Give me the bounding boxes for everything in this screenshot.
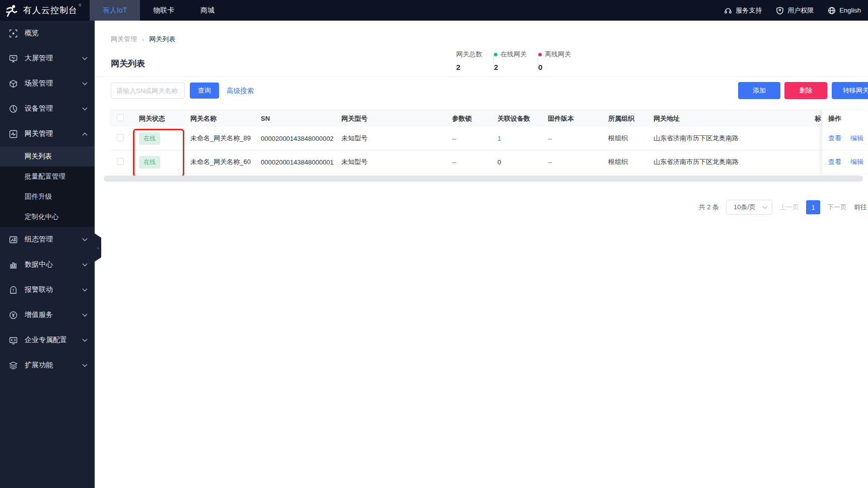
service-support-label: 服务支持 — [736, 6, 762, 15]
param-lock-value: -- — [452, 135, 497, 142]
sidebar-item-extensions[interactable]: 扩展功能 — [0, 353, 95, 378]
transfer-gateway-button[interactable]: 转移网关 — [832, 82, 868, 99]
shield-icon — [776, 7, 784, 15]
breadcrumb-parent[interactable]: 网关管理 — [111, 35, 137, 44]
sidebar-item-scene-mgmt[interactable]: 场景管理 — [0, 71, 95, 96]
sidebar-subitem-batch-config[interactable]: 批量配置管理 — [0, 167, 95, 187]
sidebar-subitem-gateway-list[interactable]: 网关列表 — [0, 146, 95, 167]
table-row: 在线 未命名_网关名称_60 00002000143848000001 未知型号… — [110, 150, 868, 174]
delete-button[interactable]: 删除 — [784, 82, 827, 99]
gateway-name: 未命名_网关名称_60 — [190, 157, 261, 167]
advanced-search-link[interactable]: 高级搜索 — [227, 87, 254, 96]
operation-row: 查看 编辑 — [822, 127, 868, 150]
chevron-down-icon — [82, 263, 88, 267]
app-title: 有人云控制台 — [23, 5, 78, 16]
sidebar-item-overview[interactable]: 概览 — [0, 21, 95, 46]
row-checkbox[interactable] — [117, 158, 124, 165]
col-header-sn: SN — [261, 115, 341, 122]
sidebar-item-label: 大屏管理 — [25, 54, 82, 63]
row-checkbox[interactable] — [117, 134, 124, 141]
gateway-sn: 00002000143848000002 — [261, 135, 341, 142]
sidebar-item-label: 设备管理 — [25, 104, 82, 113]
sidebar-item-value-added-services[interactable]: 增值服务 — [0, 302, 95, 328]
sidebar-item-label: 增值服务 — [25, 310, 82, 319]
view-link[interactable]: 查看 — [828, 157, 841, 167]
col-header-name: 网关名称 — [190, 114, 261, 123]
page-size-select[interactable]: 10条/页 — [726, 200, 772, 215]
chevron-down-icon — [82, 313, 88, 317]
tab-mall[interactable]: 商城 — [187, 0, 228, 21]
add-button[interactable]: 添加 — [738, 82, 780, 99]
col-header-device-count: 关联设备数 — [497, 114, 548, 123]
breadcrumb-separator: › — [142, 36, 144, 43]
page-number-active[interactable]: 1 — [806, 200, 820, 214]
brand: 有人云控制台 ® — [0, 0, 90, 21]
prev-page-button[interactable]: 上一页 — [779, 203, 799, 212]
sidebar-item-label: 概览 — [25, 29, 88, 38]
view-link[interactable]: 查看 — [828, 134, 841, 143]
next-page-button[interactable]: 下一页 — [827, 203, 847, 212]
query-button[interactable]: 查询 — [190, 83, 219, 99]
device-count-link[interactable]: 1 — [497, 135, 501, 142]
col-header-address: 网关地址 — [654, 114, 815, 123]
breadcrumb-current: 网关列表 — [149, 35, 175, 44]
collapse-chevron-icon: ‹ — [97, 245, 99, 251]
offline-dot-icon — [538, 53, 542, 56]
overview-icon — [9, 29, 18, 38]
sidebar-item-gateway-mgmt[interactable]: 网关管理 — [0, 121, 95, 146]
service-support[interactable]: 服务支持 — [724, 6, 762, 15]
headset-icon — [724, 7, 732, 15]
gateway-model: 未知型号 — [341, 134, 452, 143]
user-permission-label: 用户权限 — [787, 6, 814, 15]
sidebar-subitem-customization-center[interactable]: 定制化中心 — [0, 207, 95, 227]
online-dot-icon — [494, 53, 497, 56]
sidebar-item-label: 场景管理 — [25, 79, 82, 88]
col-header-status: 网关状态 — [129, 114, 190, 123]
edit-link[interactable]: 编辑 — [850, 157, 863, 167]
stat-total-label: 网关总数 — [456, 50, 482, 59]
tab-iot-card[interactable]: 物联卡 — [140, 0, 187, 21]
user-permission[interactable]: 用户权限 — [776, 6, 814, 15]
sidebar-item-enterprise-config[interactable]: 企业专属配置 — [0, 328, 95, 353]
gateway-sn: 00002000143848000001 — [261, 158, 341, 166]
col-header-operation: 操作 — [822, 110, 868, 127]
sidebar-item-hmi-mgmt[interactable]: 组态管理 — [0, 227, 95, 252]
section-divider — [95, 76, 868, 77]
sidebar-item-label: 网关管理 — [25, 129, 82, 138]
table-row: 在线 未命名_网关名称_89 00002000143848000002 未知型号… — [110, 127, 868, 150]
org-value: 根组织 — [608, 157, 654, 167]
enterprise-icon — [9, 336, 18, 345]
sidebar-collapse-handle[interactable]: ‹ — [95, 233, 101, 262]
search-input[interactable] — [111, 83, 185, 99]
operation-column: 操作 查看 编辑 查看 编辑 — [822, 110, 868, 175]
select-all-checkbox[interactable] — [117, 114, 124, 121]
sidebar-item-screen-mgmt[interactable]: 大屏管理 — [0, 46, 95, 71]
stat-total: 网关总数 2 — [456, 50, 493, 71]
toolbar: 查询 高级搜索 添加 删除 转移网关 — [95, 82, 868, 99]
language-switch[interactable]: English — [828, 7, 861, 15]
edit-link[interactable]: 编辑 — [850, 134, 863, 143]
param-lock-value: -- — [452, 158, 497, 166]
tab-usr-iot[interactable]: 有人IoT — [90, 0, 140, 21]
org-value: 根组织 — [608, 134, 654, 143]
sidebar-item-device-mgmt[interactable]: 设备管理 — [0, 96, 95, 121]
scene-icon — [9, 79, 18, 88]
topbar-right: 服务支持 用户权限 English — [724, 0, 868, 21]
gateway-model: 未知型号 — [341, 157, 452, 167]
screen-icon — [9, 54, 18, 63]
sidebar-item-data-center[interactable]: 数据中心 — [0, 252, 95, 277]
goto-page-label: 前往 — [854, 203, 867, 212]
main-content: 网关管理 › 网关列表 网关列表 网关总数 2 在线网关 2 离线网关 0 — [95, 21, 868, 488]
col-header-firmware: 固件版本 — [548, 114, 608, 123]
chevron-down-icon — [82, 82, 88, 86]
sidebar-subitem-firmware-upgrade[interactable]: 固件升级 — [0, 187, 95, 207]
col-header-param-lock: 参数锁 — [452, 114, 497, 123]
sidebar-item-alarm-linkage[interactable]: 报警联动 — [0, 277, 95, 302]
stat-online: 在线网关 2 — [494, 50, 538, 71]
data-icon — [9, 261, 18, 269]
gateway-submenu: 网关列表 批量配置管理 固件升级 定制化中心 — [0, 146, 95, 227]
gateway-address: 山东省济南市历下区龙奥南路 — [654, 157, 815, 167]
alarm-icon — [9, 286, 18, 294]
globe-icon — [828, 7, 836, 15]
horizontal-scrollbar[interactable] — [104, 176, 863, 182]
